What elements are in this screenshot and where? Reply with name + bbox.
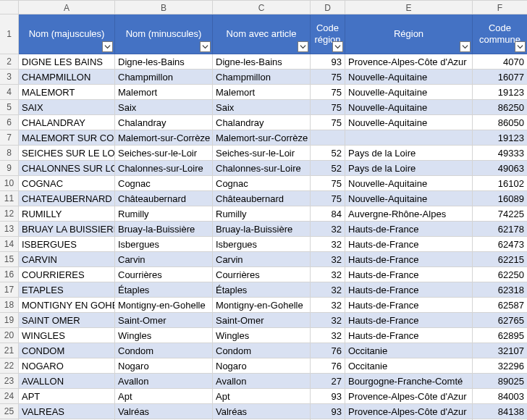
cell-a[interactable]: ISBERGUES	[19, 237, 115, 252]
cell-f[interactable]: 62765	[473, 313, 527, 328]
cell-e[interactable]: Nouvelle-Aquitaine	[345, 100, 473, 115]
cell-f[interactable]: 62895	[473, 328, 527, 343]
cell-a[interactable]: RUMILLY	[19, 206, 115, 222]
col-header-D[interactable]: D	[311, 0, 345, 14]
cell-d[interactable]: 27	[311, 374, 345, 389]
row-header-22[interactable]: 22	[0, 358, 19, 374]
cell-d[interactable]: 75	[311, 70, 345, 85]
row-header-17[interactable]: 17	[0, 282, 19, 298]
cell-e[interactable]: Hauts-de-France	[345, 267, 473, 282]
cell-d[interactable]: 32	[311, 313, 345, 328]
cell-f[interactable]: 62318	[473, 282, 527, 298]
cell-f[interactable]: 74225	[473, 206, 527, 222]
cell-d[interactable]: 75	[311, 176, 345, 191]
cell-a[interactable]: CHATEAUBERNARD	[19, 191, 115, 206]
filter-button[interactable]	[200, 41, 211, 52]
cell-b[interactable]: Chalonnes-sur-Loire	[115, 161, 213, 176]
cell-e[interactable]: Provence-Alpes-Côte d'Azur	[345, 54, 473, 70]
cell-a[interactable]: SAINT OMER	[19, 313, 115, 328]
cell-c[interactable]: Châteaubernard	[213, 191, 311, 206]
cell-a[interactable]: CHALANDRAY	[19, 115, 115, 130]
cell-b[interactable]: Avallon	[115, 374, 213, 389]
cell-f[interactable]: 62215	[473, 252, 527, 267]
cell-a[interactable]: DIGNE LES BAINS	[19, 54, 115, 70]
cell-d[interactable]: 76	[311, 358, 345, 374]
table-header-nom-majuscules[interactable]: Nom (majuscules)	[19, 14, 115, 54]
cell-e[interactable]: Hauts-de-France	[345, 328, 473, 343]
cell-e[interactable]: Pays de la Loire	[345, 161, 473, 176]
row-header-15[interactable]: 15	[0, 252, 19, 267]
cell-b[interactable]: Châteaubernard	[115, 191, 213, 206]
cell-b[interactable]: Seiches-sur-le-Loir	[115, 146, 213, 161]
cell-f[interactable]: 62250	[473, 267, 527, 282]
cell-b[interactable]: Cognac	[115, 176, 213, 191]
cell-c[interactable]: Condom	[213, 343, 311, 358]
cell-d[interactable]: 32	[311, 282, 345, 298]
filter-button[interactable]	[332, 41, 343, 52]
row-header-3[interactable]: 3	[0, 70, 19, 85]
cell-d[interactable]: 32	[311, 237, 345, 252]
cell-f[interactable]: 16089	[473, 191, 527, 206]
cell-b[interactable]: Courrières	[115, 267, 213, 282]
table-header-nom-article[interactable]: Nom avec article	[213, 14, 311, 54]
row-header-1[interactable]: 1	[0, 14, 19, 54]
table-header-code-region[interactable]: Code région	[311, 14, 345, 54]
cell-f[interactable]: 4070	[473, 54, 527, 70]
cell-e[interactable]	[345, 130, 473, 146]
cell-c[interactable]: Cognac	[213, 176, 311, 191]
cell-f[interactable]: 86050	[473, 115, 527, 130]
cell-a[interactable]: NOGARO	[19, 358, 115, 374]
cell-f[interactable]: 16102	[473, 176, 527, 191]
cell-c[interactable]: Chalandray	[213, 115, 311, 130]
row-header-9[interactable]: 9	[0, 161, 19, 176]
cell-b[interactable]: Rumilly	[115, 206, 213, 222]
cell-b[interactable]: Champmillon	[115, 70, 213, 85]
cell-a[interactable]: MALEMORT	[19, 85, 115, 100]
cell-f[interactable]: 62587	[473, 298, 527, 313]
cell-b[interactable]: Saint-Omer	[115, 313, 213, 328]
cell-f[interactable]: 62178	[473, 222, 527, 237]
cell-e[interactable]: Hauts-de-France	[345, 252, 473, 267]
cell-e[interactable]: Occitanie	[345, 358, 473, 374]
cell-c[interactable]: Wingles	[213, 328, 311, 343]
cell-d[interactable]: 32	[311, 222, 345, 237]
cell-c[interactable]: Malemort	[213, 85, 311, 100]
row-header-2[interactable]: 2	[0, 54, 19, 70]
cell-c[interactable]: Étaples	[213, 282, 311, 298]
row-header-8[interactable]: 8	[0, 146, 19, 161]
row-header-13[interactable]: 13	[0, 222, 19, 237]
cell-b[interactable]: Malemort-sur-Corrèze	[115, 130, 213, 146]
cell-b[interactable]: Chalandray	[115, 115, 213, 130]
cell-e[interactable]: Nouvelle-Aquitaine	[345, 85, 473, 100]
cell-b[interactable]: Bruay-la-Buissière	[115, 222, 213, 237]
cell-e[interactable]: Provence-Alpes-Côte d'Azur	[345, 404, 473, 419]
cell-d[interactable]: 32	[311, 328, 345, 343]
cell-c[interactable]: Rumilly	[213, 206, 311, 222]
cell-d[interactable]: 84	[311, 206, 345, 222]
cell-f[interactable]: 19123	[473, 130, 527, 146]
cell-a[interactable]: VALREAS	[19, 404, 115, 419]
cell-a[interactable]: BRUAY LA BUISSIERE	[19, 222, 115, 237]
row-header-6[interactable]: 6	[0, 115, 19, 130]
cell-c[interactable]: Apt	[213, 389, 311, 404]
cell-d[interactable]: 32	[311, 252, 345, 267]
cell-f[interactable]: 49333	[473, 146, 527, 161]
cell-d[interactable]: 52	[311, 161, 345, 176]
cell-b[interactable]: Nogaro	[115, 358, 213, 374]
cell-a[interactable]: CONDOM	[19, 343, 115, 358]
cell-c[interactable]: Malemort-sur-Corrèze	[213, 130, 311, 146]
spreadsheet-grid[interactable]: A B C D E F 1 Nom (majuscules) Nom (minu…	[0, 0, 527, 420]
cell-e[interactable]: Pays de la Loire	[345, 146, 473, 161]
cell-d[interactable]: 32	[311, 267, 345, 282]
cell-e[interactable]: Bourgogne-Franche-Comté	[345, 374, 473, 389]
cell-e[interactable]: Nouvelle-Aquitaine	[345, 176, 473, 191]
table-header-region[interactable]: Région	[345, 14, 473, 54]
cell-a[interactable]: MONTIGNY EN GOHELLE	[19, 298, 115, 313]
select-all-corner[interactable]	[0, 0, 19, 14]
cell-e[interactable]: Nouvelle-Aquitaine	[345, 115, 473, 130]
cell-d[interactable]: 93	[311, 404, 345, 419]
cell-e[interactable]: Hauts-de-France	[345, 282, 473, 298]
row-header-10[interactable]: 10	[0, 176, 19, 191]
row-header-7[interactable]: 7	[0, 130, 19, 146]
cell-c[interactable]: Montigny-en-Gohelle	[213, 298, 311, 313]
